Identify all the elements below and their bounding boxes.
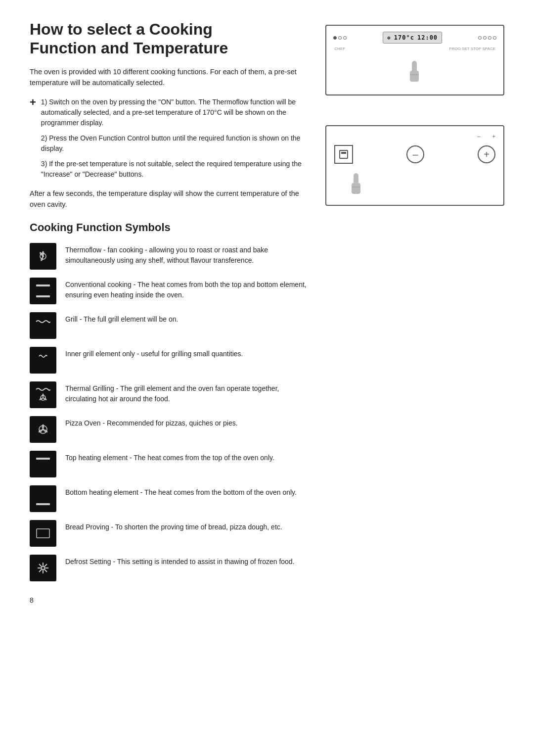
fan-symbol: ⊛ bbox=[387, 35, 391, 41]
svg-point-25 bbox=[42, 567, 44, 569]
defrost-desc: Defrost Setting - This setting is intend… bbox=[65, 555, 295, 567]
defrost-icon bbox=[30, 555, 56, 581]
page-title: How to select a Cooking Function and Tem… bbox=[30, 20, 311, 58]
bottom-element-desc: Bottom heating element - The heat comes … bbox=[65, 485, 297, 498]
inner-grill-icon bbox=[30, 347, 56, 374]
oven-diagram: ⊛ 170°c 12:00 CHEF bbox=[325, 25, 504, 206]
dot-5 bbox=[483, 36, 487, 40]
step-1-text: Switch on the oven by pressing the "ON" … bbox=[41, 98, 296, 127]
svg-rect-16 bbox=[34, 489, 52, 508]
minus-label: – bbox=[477, 133, 480, 139]
step-2-number: 2) bbox=[41, 134, 49, 142]
intro-text: The oven is provided with 10 different c… bbox=[30, 67, 311, 89]
function-inner-grill: Inner grill element only - useful for gr… bbox=[30, 347, 311, 374]
pizza-desc: Pizza Oven - Recommended for pizzas, qui… bbox=[65, 416, 238, 428]
bread-proving-desc: Bread Proving - To shorten the proving t… bbox=[65, 520, 282, 532]
svg-rect-32 bbox=[354, 173, 358, 185]
conventional-desc: Conventional cooking - The heat comes fr… bbox=[65, 278, 311, 300]
step-plus-icon: + bbox=[30, 96, 36, 128]
dot-3 bbox=[343, 36, 347, 40]
step-1-number: 1) bbox=[41, 98, 49, 106]
bottom-controls-row: – + bbox=[334, 142, 495, 167]
thermoflow-desc: Thermoflow - fan cooking - allowing you … bbox=[65, 243, 311, 266]
step-2: + 2) Press the Oven Function Control but… bbox=[30, 133, 311, 154]
function-list: Thermoflow - fan cooking - allowing you … bbox=[30, 243, 311, 581]
dot-1 bbox=[333, 36, 337, 40]
function-conventional: Conventional cooking - The heat comes fr… bbox=[30, 278, 311, 304]
hand-pointing-diagram bbox=[395, 56, 435, 86]
inner-grill-desc: Inner grill element only - useful for gr… bbox=[65, 347, 243, 359]
top-element-desc: Top heating element - The heat comes fro… bbox=[65, 451, 274, 463]
svg-rect-3 bbox=[34, 282, 52, 300]
function-grill-full: Grill - The full grill element will be o… bbox=[30, 312, 311, 339]
dot-7 bbox=[493, 36, 496, 40]
dot-4 bbox=[478, 36, 482, 40]
control-labels: – + bbox=[334, 133, 495, 139]
grill-full-desc: Grill - The full grill element will be o… bbox=[65, 312, 178, 325]
step-1: + 1) Switch on the oven by pressing the … bbox=[30, 97, 311, 128]
hand-pointing-controls bbox=[339, 171, 379, 198]
grill-full-icon bbox=[30, 312, 56, 339]
function-thermal-grill: Thermal Grilling - The grill element and… bbox=[30, 381, 311, 408]
temp-display: 170°c bbox=[394, 34, 414, 41]
bottom-element-icon bbox=[30, 485, 56, 512]
thermoflow-icon bbox=[30, 243, 56, 270]
page-number: 8 bbox=[30, 596, 311, 604]
plus-label: + bbox=[492, 133, 495, 139]
svg-rect-14 bbox=[34, 455, 52, 473]
function-bottom-element: Bottom heating element - The heat comes … bbox=[30, 485, 311, 512]
decrease-button[interactable]: – bbox=[406, 145, 424, 163]
dot-2 bbox=[338, 36, 342, 40]
svg-rect-6 bbox=[34, 316, 52, 335]
thermal-grill-icon bbox=[30, 381, 56, 408]
svg-rect-30 bbox=[341, 152, 346, 154]
step-3-text: If the pre-set temperature is not suitab… bbox=[41, 160, 302, 178]
function-defrost: Defrost Setting - This setting is intend… bbox=[30, 555, 311, 581]
right-column: ⊛ 170°c 12:00 CHEF bbox=[325, 20, 504, 604]
time-display: 12:00 bbox=[417, 34, 438, 41]
page-layout: How to select a Cooking Function and Tem… bbox=[30, 20, 504, 604]
svg-rect-29 bbox=[340, 150, 348, 158]
diagram-bottom-panel: – + – + bbox=[325, 125, 504, 206]
svg-rect-5 bbox=[36, 295, 50, 297]
conventional-icon bbox=[30, 278, 56, 304]
function-top-element: Top heating element - The heat comes fro… bbox=[30, 451, 311, 477]
increase-button[interactable]: + bbox=[478, 145, 495, 163]
left-column: How to select a Cooking Function and Tem… bbox=[30, 20, 311, 604]
subtitle: Cooking Function Symbols bbox=[30, 221, 311, 234]
bread-proving-icon bbox=[30, 520, 56, 547]
steps-section: + 1) Switch on the oven by pressing the … bbox=[30, 97, 311, 180]
function-bread-proving: Bread Proving - To shorten the proving t… bbox=[30, 520, 311, 547]
thermal-grill-desc: Thermal Grilling - The grill element and… bbox=[65, 381, 311, 404]
step-2-text: Press the Oven Function Control button u… bbox=[41, 134, 301, 152]
svg-rect-15 bbox=[36, 458, 50, 460]
dot-6 bbox=[488, 36, 491, 40]
function-pizza: Pizza Oven - Recommended for pizzas, qui… bbox=[30, 416, 311, 443]
diagram-top-panel: ⊛ 170°c 12:00 CHEF bbox=[325, 25, 504, 95]
label-chef: CHEF bbox=[334, 47, 345, 51]
diagram-display: ⊛ 170°c 12:00 bbox=[383, 32, 442, 44]
svg-rect-17 bbox=[36, 503, 50, 505]
function-button[interactable] bbox=[334, 145, 353, 164]
svg-rect-7 bbox=[34, 351, 52, 370]
label-program: PROG SET STOP SPACE bbox=[449, 47, 495, 51]
after-steps-text: After a few seconds, the temperature dis… bbox=[30, 189, 311, 210]
step-3: + 3) If the pre-set temperature is not s… bbox=[30, 159, 311, 180]
function-thermoflow: Thermoflow - fan cooking - allowing you … bbox=[30, 243, 311, 270]
step-3-number: 3) bbox=[41, 160, 49, 168]
svg-rect-27 bbox=[412, 61, 417, 73]
pizza-icon bbox=[30, 416, 56, 443]
svg-rect-4 bbox=[36, 284, 50, 286]
top-element-icon bbox=[30, 451, 56, 477]
